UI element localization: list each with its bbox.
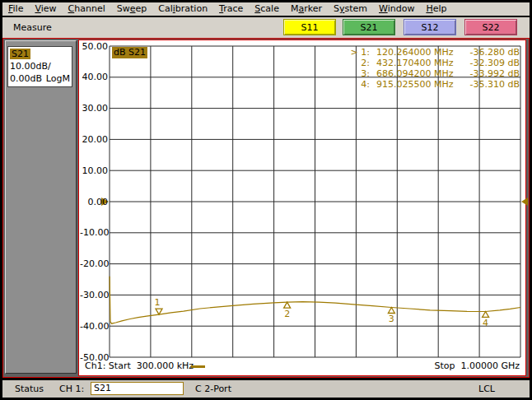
menu-item-marker[interactable]: Marker [285,2,328,16]
marker-readout-cell: -32.309 dB [467,58,520,68]
y-axis-tick-label: -30.00 [80,290,108,300]
menu-item-file[interactable]: File [2,2,29,16]
lcl-indicator: LCL [478,384,495,394]
marker-number-label: 4 [483,318,488,328]
marker-readout: > 1:120.264000 MHz-36.280 dB2:432.170400… [348,47,520,90]
marker-triangle-icon [284,302,291,308]
marker-2-symbol[interactable]: 2 [284,302,291,319]
trace-ref-level: 0.00dB [10,72,42,85]
marker-readout-cell: 686.094200 MHz [370,68,467,79]
menu-bar: FileViewChannelSweepCalibrationTraceScal… [2,2,530,16]
marker-readout-cell: 2: [348,58,370,68]
trace-format: LogM [46,72,70,85]
y-axis-tick-label: 30.00 [80,103,108,114]
graph-window: 1234 50.0040.0030.0020.0010.000.00-10.00… [78,40,526,376]
menu-item-scale[interactable]: Scale [249,2,285,16]
marker-1-readout: > 1:120.264000 MHz-36.280 dB [348,47,520,58]
measure-s12-button[interactable]: S12 [404,19,456,35]
marker-readout-cell: 120.264000 MHz [370,47,467,58]
status-bar: Status CH 1: S21 C 2-Port LCL [2,380,530,398]
measure-toolbar-label: Measure [13,22,52,33]
plot-svg: 1234 [79,40,525,375]
marker-3-readout: 3:686.094200 MHz-33.992 dB [348,68,520,79]
trace-name: S21 [10,49,30,59]
marker-4-symbol[interactable]: 4 [483,311,489,328]
marker-readout-cell: -33.992 dB [467,68,520,79]
y-axis-tick-label: 0.00 [80,197,108,207]
trace-scale: 10.00dB/ [10,60,70,72]
menu-item-window[interactable]: Window [373,2,420,16]
menu-item-trace[interactable]: Trace [213,2,249,16]
y-axis-tick-label: 20.00 [80,134,108,145]
measure-s22-button[interactable]: S22 [464,19,517,35]
marker-readout-cell: 4: [348,79,370,90]
menu-item-channel[interactable]: Channel [63,2,111,16]
marker-readout-cell: -35.310 dB [467,79,520,90]
menu-item-calibration[interactable]: Calibration [152,2,213,16]
measure-s11-button[interactable]: S11 [283,19,336,35]
trace1-indicator [191,365,205,368]
main-area: S21 10.00dB/ 0.00dB LogM 1234 50.0040.00… [2,38,530,378]
menu-item-help[interactable]: Help [420,2,452,16]
menu-item-sweep[interactable]: Sweep [111,2,153,16]
marker-number-label: 2 [284,309,290,319]
marker-readout-cell: 3: [348,68,370,79]
marker-triangle-icon [483,311,489,317]
marker-triangle-icon [388,307,394,313]
trace-status-panel: S21 10.00dB/ 0.00dB LogM [5,40,77,374]
marker-readout-cell: > 1: [348,47,370,58]
marker-readout-cell: 432.170400 MHz [370,58,467,68]
measure-s21-button[interactable]: S21 [343,19,395,35]
menu-item-view[interactable]: View [29,2,62,16]
marker-readout-cell: 915.025500 MHz [370,79,467,90]
menu-item-system[interactable]: System [328,2,373,16]
y-axis-tick-label: -40.00 [80,321,108,332]
trace-label: dB S21 [112,47,147,58]
marker-1-symbol[interactable]: 1 [155,297,163,314]
channel-label: CH 1: [59,384,84,394]
ref-level-arrow-right [521,198,528,206]
start-frequency-label: Ch1: Start 300.000 kHz [85,360,194,371]
x-axis-info: Ch1: Start 300.000 kHz Stop 1.00000 GHz [79,360,525,373]
marker-number-label: 3 [389,314,394,324]
marker-number-label: 1 [155,297,161,308]
y-axis-tick-label: 50.00 [80,41,108,52]
marker-readout-cell: -36.280 dB [467,47,520,58]
app-window: FileViewChannelSweepCalibrationTraceScal… [0,0,532,400]
marker-4-readout: 4:915.025500 MHz-35.310 dB [348,79,520,90]
y-axis-tick-label: 40.00 [80,72,108,82]
measurement-box[interactable]: S21 [91,382,184,395]
marker-2-readout: 2:432.170400 MHz-32.309 dB [348,58,520,68]
cal-status: C 2-Port [195,384,231,394]
stop-frequency-label: Stop 1.00000 GHz [434,360,520,371]
trace-ref-row: 0.00dB LogM [10,72,70,85]
grid [110,46,520,357]
trace-name-row: S21 [10,48,70,60]
y-axis-tick-label: -10.00 [80,227,108,238]
trace-info-box[interactable]: S21 10.00dB/ 0.00dB LogM [7,46,72,87]
measure-toolbar: Measure S11S21S12S22 [2,17,530,38]
marker-3-symbol[interactable]: 3 [388,307,394,324]
y-axis-tick-label: -20.00 [80,258,108,269]
status-label: Status [15,384,44,394]
y-axis-tick-label: 10.00 [80,165,108,176]
